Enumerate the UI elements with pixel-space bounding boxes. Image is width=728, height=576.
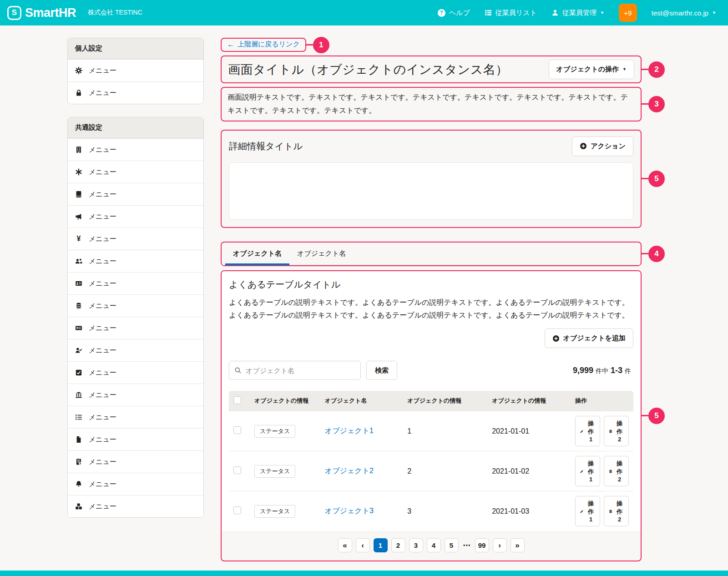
- sidebar-item-user-check[interactable]: メニュー: [68, 339, 203, 361]
- pagination-page-99[interactable]: 99: [475, 538, 489, 552]
- annotation-badge-4: 4: [648, 246, 665, 262]
- page-description: 画面説明テキストです。テキストです。テキストです。テキストです。テキストです。テ…: [228, 91, 635, 117]
- sidebar-item-payroll[interactable]: ¥ メニュー: [68, 227, 203, 250]
- tab-object-1[interactable]: オブジェクト名: [225, 243, 289, 265]
- status-chip: ステータス: [254, 425, 295, 438]
- detail-section-title: 詳細情報タイトル: [229, 140, 303, 152]
- sidebar-item-file[interactable]: メニュー: [68, 428, 203, 450]
- sidebar-item-label: メニュー: [89, 346, 116, 355]
- sidebar-item-approval[interactable]: メニュー: [68, 361, 203, 384]
- body: 個人設定 メニュー メニュー 共通設定 メニュー メニュー: [0, 25, 728, 571]
- annotation-badge-3: 3: [648, 96, 665, 112]
- page: S SmartHR 株式会社 TESTINC ? ヘルプ 従業員リスト 従業員管…: [0, 0, 728, 576]
- pagination-page-3[interactable]: 3: [409, 538, 423, 552]
- select-all-cell: [229, 391, 250, 411]
- object-actions-button[interactable]: オブジェクトの操作 ▼: [549, 60, 634, 79]
- edit-button[interactable]: 操作1: [575, 496, 600, 526]
- back-link-label: 上階層に戻るリンク: [238, 40, 300, 49]
- app-footer: ヘルプ お知らせ 利用規約 プライバシーポリシー 特定商取引法に基づく表記 運営…: [0, 571, 728, 576]
- list-icon: [75, 414, 82, 421]
- sidebar-item-asterisk[interactable]: メニュー: [68, 161, 203, 183]
- table-annotation-box: よくあるテーブルタイトル よくあるテーブルの説明テキストです。よくあるテーブルの…: [221, 270, 642, 562]
- object-link[interactable]: オブジェクト2: [325, 467, 374, 475]
- table-section-title: よくあるテーブルタイトル: [229, 278, 633, 291]
- sidebar-item-security[interactable]: メニュー: [68, 81, 203, 104]
- add-object-button[interactable]: オブジェクトを追加: [545, 328, 633, 348]
- delete-button[interactable]: 操作2: [604, 416, 629, 446]
- account-email: test@smarthr.co.jp: [652, 9, 708, 17]
- pagination-prev[interactable]: ‹: [356, 538, 370, 552]
- document-check-icon: [75, 458, 82, 465]
- pagination-page-4[interactable]: 4: [427, 538, 441, 552]
- delete-button[interactable]: 操作2: [604, 456, 629, 486]
- sidebar-item-settings[interactable]: メニュー: [68, 59, 203, 81]
- pagination-last[interactable]: »: [511, 538, 525, 552]
- sidebar-item-label: メニュー: [89, 66, 116, 75]
- annotation-badge-2: 2: [648, 61, 665, 78]
- edit-button[interactable]: 操作1: [575, 456, 600, 486]
- row-actions: 操作1 操作2: [575, 416, 629, 446]
- pagination-page-5[interactable]: 5: [445, 538, 459, 552]
- sidebar-item-book[interactable]: メニュー: [68, 183, 203, 205]
- header-nav: ? ヘルプ 従業員リスト 従業員管理 ▼ +9 test@smarthr.co.…: [438, 4, 716, 22]
- sidebar-item-members[interactable]: メニュー: [68, 250, 203, 272]
- select-all-checkbox[interactable]: [233, 396, 241, 404]
- edit-button-label: 操作1: [586, 500, 595, 523]
- sidebar-item-database[interactable]: メニュー: [68, 294, 203, 317]
- sidebar-item-paycheck[interactable]: メニュー: [68, 317, 203, 339]
- object-date: 2021-01-01: [487, 411, 571, 451]
- search-input[interactable]: [229, 361, 361, 380]
- nav-employee-list[interactable]: 従業員リスト: [485, 9, 537, 17]
- nav-employee-admin[interactable]: 従業員管理 ▼: [551, 9, 604, 17]
- app-header: S SmartHR 株式会社 TESTINC ? ヘルプ 従業員リスト 従業員管…: [0, 0, 728, 25]
- tabs-annotation-box: オブジェクト名 オブジェクト名 4: [221, 242, 642, 266]
- plus-circle-icon: [580, 142, 587, 150]
- pencil-icon: [580, 468, 584, 475]
- back-link[interactable]: ← 上階層に戻るリンク: [227, 40, 300, 49]
- row-checkbox[interactable]: [233, 466, 241, 474]
- building-icon: [75, 146, 82, 153]
- sidebar-item-doc-check[interactable]: メニュー: [68, 450, 203, 473]
- pagination-page-2[interactable]: 2: [391, 538, 405, 552]
- sidebar-item-label: メニュー: [89, 190, 116, 199]
- object-info: 1: [403, 411, 487, 451]
- object-table: オブジェクトの情報 オブジェクト名 オブジェクトの情報 オブジェクトの情報 操作…: [229, 391, 633, 531]
- row-checkbox[interactable]: [233, 506, 241, 514]
- tab-object-2[interactable]: オブジェクト名: [289, 243, 354, 265]
- search-row: 検索 9,999 件中 1-3 件: [229, 361, 633, 380]
- smarthr-logo[interactable]: S SmartHR: [7, 6, 76, 20]
- sidebar-item-label: メニュー: [89, 391, 116, 399]
- delete-button-label: 操作2: [615, 460, 624, 483]
- notification-badge[interactable]: +9: [619, 4, 637, 22]
- description-annotation-box: 画面説明テキストです。テキストです。テキストです。テキストです。テキストです。テ…: [221, 87, 642, 121]
- column-header: 操作: [571, 391, 633, 411]
- sidebar-item-notifications[interactable]: メニュー: [68, 473, 203, 495]
- pagination-first[interactable]: «: [338, 538, 352, 552]
- back-link-annotation-box: ← 上階層に戻るリンク 1: [221, 38, 306, 52]
- sidebar-item-announce[interactable]: メニュー: [68, 205, 203, 227]
- database-icon: [75, 302, 82, 309]
- delete-button-label: 操作2: [615, 500, 624, 523]
- sidebar-item-bank[interactable]: メニュー: [68, 384, 203, 406]
- object-link[interactable]: オブジェクト3: [325, 507, 374, 515]
- sidebar-item-list[interactable]: メニュー: [68, 406, 203, 428]
- action-button[interactable]: アクション: [572, 136, 633, 156]
- list-icon: [485, 9, 492, 16]
- sidebar: 個人設定 メニュー メニュー 共通設定 メニュー メニュー: [67, 38, 204, 531]
- nav-help[interactable]: ? ヘルプ: [438, 9, 470, 17]
- sidebar-item-apps[interactable]: メニュー: [68, 495, 203, 517]
- pagination-page-1[interactable]: 1: [374, 538, 388, 552]
- sidebar-item-company[interactable]: メニュー: [68, 138, 203, 161]
- pagination-next[interactable]: ›: [493, 538, 507, 552]
- sidebar-section-personal: 個人設定 メニュー メニュー: [67, 38, 204, 104]
- edit-button[interactable]: 操作1: [575, 416, 600, 446]
- gear-icon: [75, 67, 82, 74]
- search-button[interactable]: 検索: [366, 361, 397, 380]
- sidebar-item-idcard[interactable]: メニュー: [68, 272, 203, 294]
- row-checkbox[interactable]: [233, 426, 241, 434]
- delete-button[interactable]: 操作2: [604, 496, 629, 526]
- account-menu[interactable]: test@smarthr.co.jp ▼: [652, 9, 716, 17]
- object-link[interactable]: オブジェクト1: [325, 427, 374, 435]
- sidebar-item-label: メニュー: [89, 89, 116, 97]
- sidebar-item-label: メニュー: [89, 413, 116, 422]
